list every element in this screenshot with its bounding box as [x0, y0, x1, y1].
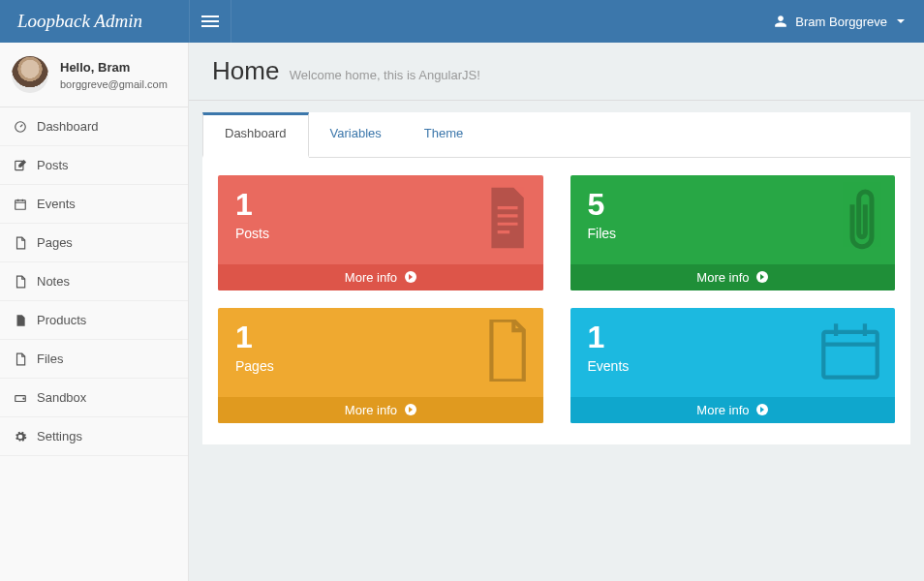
widget-more-link[interactable]: More info	[218, 264, 543, 290]
arrow-right-circle-icon	[405, 404, 416, 415]
page-header: Home Welcome home, this is AngularJS!	[189, 43, 924, 101]
page-title: Home	[212, 56, 279, 85]
arrow-right-circle-icon	[405, 271, 416, 283]
file-icon	[481, 320, 530, 382]
widget-more-link[interactable]: More info	[570, 264, 896, 290]
chevron-down-icon	[897, 19, 905, 23]
page-subtitle: Welcome home, this is AngularJS!	[290, 68, 480, 82]
sidebar-item-events[interactable]: Events	[0, 185, 188, 224]
sidebar-greeting: Hello, Bram	[60, 60, 168, 75]
user-icon	[774, 15, 787, 28]
sidebar-item-notes[interactable]: Notes	[0, 262, 188, 301]
user-dropdown[interactable]: Bram Borggreve	[774, 15, 924, 29]
avatar	[12, 56, 48, 93]
widget-pages: 1 Pages More info	[218, 308, 543, 423]
sidebar-item-label: Posts	[37, 158, 69, 172]
widget-events: 1 Events More info	[570, 308, 896, 423]
arrow-right-circle-icon	[756, 404, 768, 415]
tab-dashboard[interactable]: Dashboard	[202, 112, 309, 158]
svg-rect-5	[823, 332, 877, 378]
sidebar-item-dashboard[interactable]: Dashboard	[0, 107, 188, 146]
sidebar-item-label: Events	[37, 197, 76, 211]
sidebar-item-label: Notes	[37, 274, 70, 289]
tab-theme[interactable]: Theme	[403, 112, 484, 157]
widget-more-link[interactable]: More info	[570, 397, 896, 423]
edit-icon	[14, 159, 27, 172]
brand-logo[interactable]: Loopback Admin	[0, 11, 189, 32]
sidebar-item-sandbox[interactable]: Sandbox	[0, 379, 188, 417]
sidebar-item-settings[interactable]: Settings	[0, 417, 188, 456]
file-solid-icon	[14, 314, 27, 327]
widget-more-link[interactable]: More info	[218, 397, 543, 423]
calendar-icon	[819, 320, 881, 382]
widget-files: 5 Files More info	[570, 175, 896, 290]
sidebar-item-label: Products	[37, 313, 86, 327]
main-content: Home Welcome home, this is AngularJS! Da…	[189, 43, 924, 581]
widget-posts: 1 Posts More info	[218, 175, 543, 290]
hamburger-icon	[201, 15, 219, 27]
menu-toggle-button[interactable]	[189, 0, 231, 43]
arrow-right-circle-icon	[756, 271, 768, 283]
top-header: Loopback Admin Bram Borggreve	[0, 0, 924, 43]
sidebar-item-label: Settings	[37, 429, 82, 443]
widget-label: Files	[588, 226, 878, 241]
dashboard-panel: 1 Posts More info 5 Files More info	[202, 158, 910, 444]
sidebar-item-pages[interactable]: Pages	[0, 224, 188, 262]
paperclip-icon	[843, 187, 881, 255]
svg-rect-2	[15, 199, 26, 208]
sidebar-user-panel: Hello, Bram borggreve@gmail.com	[0, 43, 188, 107]
calendar-icon	[14, 198, 27, 211]
sidebar-item-label: Files	[37, 352, 63, 366]
file-icon	[14, 352, 27, 366]
tab-bar: Dashboard Variables Theme	[202, 112, 910, 158]
sidebar-item-label: Sandbox	[37, 390, 86, 405]
widget-count: 5	[588, 189, 878, 220]
disk-icon	[14, 391, 27, 405]
sidebar-item-label: Dashboard	[37, 119, 99, 134]
sidebar-item-products[interactable]: Products	[0, 301, 188, 340]
dashboard-icon	[14, 120, 27, 134]
file-icon	[14, 275, 27, 289]
document-lines-icon	[481, 187, 530, 249]
sidebar-email: borggreve@gmail.com	[60, 78, 168, 90]
tab-variables[interactable]: Variables	[309, 112, 403, 157]
sidebar-item-posts[interactable]: Posts	[0, 146, 188, 185]
file-icon	[14, 236, 27, 250]
svg-point-4	[23, 398, 24, 399]
sidebar-item-label: Pages	[37, 235, 73, 250]
user-name: Bram Borggreve	[795, 15, 887, 29]
sidebar-item-files[interactable]: Files	[0, 340, 188, 379]
sidebar: Hello, Bram borggreve@gmail.com Dashboar…	[0, 43, 189, 581]
gear-icon	[14, 430, 27, 443]
